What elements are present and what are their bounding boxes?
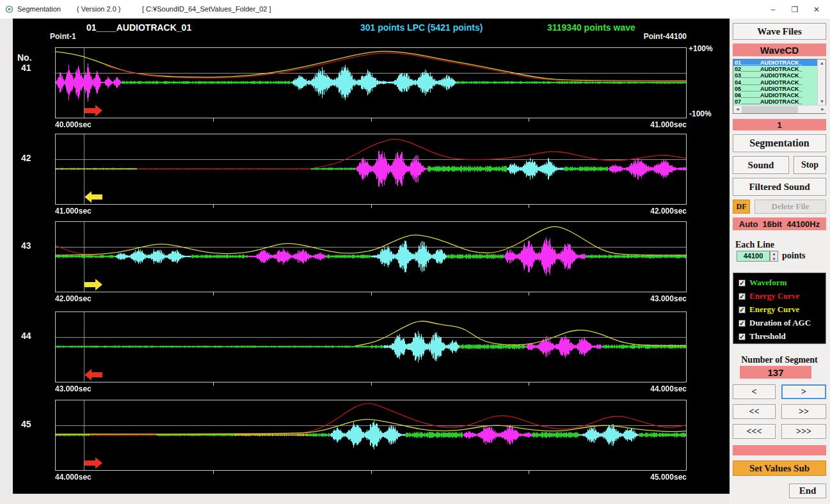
- scroll-right-icon[interactable]: ►: [818, 106, 827, 113]
- segmentation-button[interactable]: Segmentation: [733, 134, 826, 152]
- point-end-label: Point-44100: [635, 32, 687, 41]
- end-button[interactable]: End: [789, 484, 826, 498]
- waveform-canvas[interactable]: [55, 134, 687, 209]
- time-axis: 44.000sec 45.000sec: [55, 473, 687, 482]
- time-end-label: 44.000sec: [650, 384, 687, 393]
- each-line-input[interactable]: 44100: [737, 251, 770, 262]
- display-option-row: ✓Duration of AGC: [738, 318, 811, 328]
- wave-files-button[interactable]: Wave Files: [733, 23, 826, 40]
- each-line-spinner[interactable]: ▲▼: [770, 251, 778, 262]
- display-option-row: ✓Threshold: [738, 331, 786, 342]
- time-axis: 40.000sec 41.000sec: [55, 120, 687, 129]
- scroll-down-icon[interactable]: ▼: [818, 98, 826, 105]
- time-start-label: 43.000sec: [55, 384, 92, 393]
- time-start-label: 40.000sec: [55, 120, 92, 129]
- waveform-area: 01____AUDIOTRACK_01 301 points LPC (5421…: [13, 19, 730, 494]
- lpc-points-label: 301 points LPC (5421 points): [360, 22, 483, 33]
- list-horizontal-scrollbar[interactable]: ◄ ►: [733, 105, 827, 113]
- window-version: ( Version 2.0 ): [77, 5, 120, 13]
- display-options-panel: ✓Waveform✓Energy Curve✓Energy Curve✓Dura…: [733, 272, 826, 344]
- wave-file-item[interactable]: 03______AUDIOTRACK_: [733, 72, 817, 79]
- wave-file-list[interactable]: 01______AUDIOTRACK_02______AUDIOTRACK_03…: [733, 59, 826, 114]
- delete-file-button[interactable]: Delete File: [754, 200, 826, 214]
- points-label: points: [782, 251, 806, 261]
- point-start-label: Point-1: [50, 32, 76, 41]
- wave-file-item[interactable]: 07______AUDIOTRACK_: [733, 98, 817, 105]
- waveform-panel-45: 44.000sec 45.000sec: [55, 400, 687, 475]
- row-number-header: No.: [17, 52, 32, 63]
- first-button[interactable]: <<<: [733, 424, 776, 439]
- display-option-label: Waveform: [749, 278, 786, 288]
- display-option-label: Energy Curve: [749, 291, 799, 301]
- waveform-panel-42: 41.000sec 42.000sec: [55, 134, 687, 209]
- next-button[interactable]: >: [781, 384, 826, 399]
- list-vertical-scrollbar[interactable]: ▲ ▼: [817, 59, 826, 105]
- format-status: Auto 16bit 44100Hz: [733, 217, 826, 230]
- scrollbar-thumb[interactable]: [742, 106, 798, 113]
- checkbox-icon[interactable]: ✓: [738, 320, 746, 327]
- wave-points-label: 3119340 points wave: [547, 22, 635, 33]
- close-button[interactable]: ✕: [806, 0, 827, 19]
- scale-plus-label: +100%: [689, 44, 713, 53]
- waveform-canvas[interactable]: [55, 400, 687, 475]
- row-number: 43: [21, 240, 31, 251]
- display-option-label: Energy Curve: [749, 304, 799, 315]
- next-page-button[interactable]: >>: [781, 404, 826, 419]
- filtered-sound-button[interactable]: Filtered Sound: [733, 178, 826, 196]
- waveform-canvas[interactable]: [55, 47, 687, 122]
- time-axis: 43.000sec 44.000sec: [55, 384, 687, 393]
- time-end-label: 41.000sec: [650, 120, 687, 129]
- set-values-sub-button[interactable]: Set Values Sub: [733, 461, 826, 476]
- status-bar: [733, 445, 826, 455]
- display-option-row: ✓Waveform: [738, 278, 786, 288]
- sound-button[interactable]: Sound: [733, 156, 789, 174]
- control-sidebar: Wave Files WaveCD 01______AUDIOTRACK_02_…: [730, 19, 830, 504]
- window-title: Segmentation: [17, 5, 61, 13]
- display-option-label: Threshold: [749, 331, 786, 342]
- number-of-segment-value: 137: [740, 366, 811, 379]
- time-start-label: 41.000sec: [55, 207, 92, 216]
- waveform-canvas[interactable]: [55, 311, 687, 386]
- prev-page-button[interactable]: <<: [733, 404, 776, 419]
- row-number: 41: [21, 63, 31, 73]
- wave-file-item[interactable]: 06______AUDIOTRACK_: [733, 92, 817, 98]
- checkbox-icon[interactable]: ✓: [738, 306, 746, 313]
- display-option-row: ✓Energy Curve: [738, 304, 799, 315]
- time-axis: 42.000sec 43.000sec: [55, 294, 687, 303]
- each-line-label: Each Line: [735, 240, 774, 250]
- number-of-segment-label: Number of Segment: [733, 355, 826, 365]
- waveform-panel-43: 42.000sec 43.000sec: [55, 221, 687, 296]
- maximize-button[interactable]: ❐: [785, 0, 805, 19]
- wave-file-item[interactable]: 01______AUDIOTRACK_: [733, 59, 817, 66]
- checkbox-icon[interactable]: ✓: [738, 293, 746, 300]
- wave-file-item[interactable]: 02______AUDIOTRACK_: [733, 66, 817, 72]
- window-path: [ C:¥SoundID_64_SetValues_Folder_02 ]: [142, 5, 271, 13]
- df-button[interactable]: DF: [733, 200, 750, 214]
- display-option-label: Duration of AGC: [749, 318, 811, 328]
- wave-file-items: 01______AUDIOTRACK_02______AUDIOTRACK_03…: [733, 59, 817, 105]
- time-axis: 41.000sec 42.000sec: [55, 207, 687, 216]
- waveform-panel-41: 40.000sec 41.000sec: [55, 47, 687, 122]
- time-start-label: 44.000sec: [55, 473, 92, 482]
- wave-file-item[interactable]: 05______AUDIOTRACK_: [733, 86, 817, 92]
- row-number: 45: [21, 419, 31, 429]
- app-icon: [5, 5, 13, 13]
- scale-minus-label: -100%: [689, 109, 712, 118]
- last-button[interactable]: >>>: [781, 424, 826, 439]
- waveform-canvas[interactable]: [55, 221, 687, 296]
- prev-button[interactable]: <: [733, 384, 776, 399]
- time-end-label: 43.000sec: [650, 294, 687, 303]
- checkbox-icon[interactable]: ✓: [738, 333, 746, 340]
- wave-file-item[interactable]: 04______AUDIOTRACK_: [733, 79, 817, 86]
- minimize-button[interactable]: –: [763, 0, 783, 19]
- track-title: 01____AUDIOTRACK_01: [86, 22, 191, 33]
- time-start-label: 42.000sec: [55, 294, 92, 303]
- stop-button[interactable]: Stop: [794, 156, 826, 174]
- checkbox-icon[interactable]: ✓: [738, 280, 746, 287]
- scroll-up-icon[interactable]: ▲: [818, 59, 826, 67]
- row-number: 44: [21, 331, 31, 341]
- time-end-label: 45.000sec: [650, 473, 687, 482]
- file-counter: 1: [733, 119, 826, 130]
- time-end-label: 42.000sec: [650, 207, 687, 216]
- scroll-left-icon[interactable]: ◄: [733, 106, 742, 113]
